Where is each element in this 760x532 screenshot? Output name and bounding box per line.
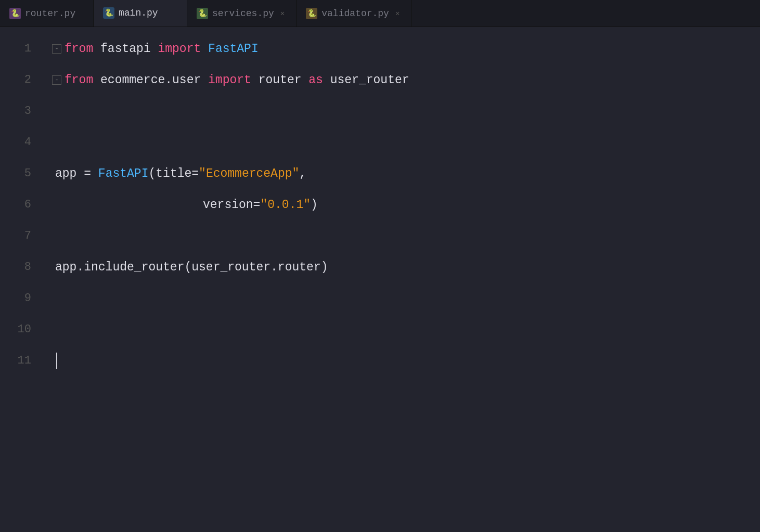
token-title-key: (title= — [148, 158, 199, 189]
code-line-6: version= "0.0.1" ) — [52, 189, 760, 220]
token-title-val: "EcommerceApp" — [199, 158, 299, 189]
line-num-2: 2 — [0, 64, 31, 96]
tab-router-label: router.py — [25, 8, 75, 19]
text-cursor — [56, 353, 57, 369]
main-tab-icon: 🐍 — [103, 7, 114, 19]
services-tab-close[interactable]: ✕ — [278, 8, 287, 19]
tab-main-label: main.py — [119, 8, 158, 18]
token-close-paren: ) — [311, 189, 318, 220]
code-line-10 — [52, 314, 760, 345]
line-num-10: 10 — [0, 314, 31, 345]
line-numbers: 1 2 3 4 5 6 7 8 9 10 11 — [0, 27, 42, 532]
code-line-8: app.include_router(user_router.router) — [52, 252, 760, 283]
tab-bar: 🐍 router.py 🐍 main.py 🐍 services.py ✕ 🐍 … — [0, 0, 760, 27]
services-tab-icon: 🐍 — [197, 8, 208, 19]
token-as: as — [308, 64, 323, 96]
code-line-1: - from fastapi import FastAPI — [52, 33, 760, 64]
token-import-2: import — [208, 64, 251, 96]
token-ecommerce: ecommerce.user — [93, 64, 208, 96]
code-line-5: app = FastAPI (title= "EcommerceApp" , — [52, 158, 760, 189]
code-line-2: - from ecommerce.user import router as u… — [52, 64, 760, 96]
line-num-9: 9 — [0, 283, 31, 314]
token-app: app — [55, 158, 76, 189]
token-user-router: user_router — [323, 64, 409, 96]
editor-area[interactable]: 1 2 3 4 5 6 7 8 9 10 11 - from fastapi i… — [0, 27, 760, 532]
code-line-4 — [52, 127, 760, 158]
line-num-7: 7 — [0, 220, 31, 252]
line-num-5: 5 — [0, 158, 31, 189]
token-equals: = — [76, 158, 98, 189]
editor-window: 🐍 router.py 🐍 main.py 🐍 services.py ✕ 🐍 … — [0, 0, 760, 532]
token-from-1: from — [65, 33, 93, 64]
router-tab-icon: 🐍 — [9, 8, 21, 19]
token-router: router — [251, 64, 308, 96]
line-num-11: 11 — [0, 345, 31, 377]
tab-services-label: services.py — [212, 8, 274, 19]
token-version-val: "0.0.1" — [260, 189, 311, 220]
validator-tab-icon: 🐍 — [306, 8, 317, 19]
tab-main[interactable]: 🐍 main.py — [94, 0, 187, 27]
code-line-11 — [52, 345, 760, 377]
tab-validator-label: validator.py — [321, 8, 389, 19]
token-from-2: from — [65, 64, 93, 96]
code-content[interactable]: - from fastapi import FastAPI - from eco… — [42, 27, 760, 532]
token-comma: , — [299, 158, 306, 189]
validator-tab-close[interactable]: ✕ — [393, 8, 402, 19]
token-version-key: version= — [203, 189, 260, 220]
fold-marker-2[interactable]: - — [52, 75, 61, 85]
code-line-7 — [52, 220, 760, 252]
token-import-1: import — [158, 33, 201, 64]
token-fastapi-class: FastAPI — [201, 33, 258, 64]
token-fastapi: fastapi — [93, 33, 158, 64]
line-num-6: 6 — [0, 189, 31, 220]
line-num-8: 8 — [0, 252, 31, 283]
token-include-router: app.include_router(user_router.router) — [55, 252, 328, 283]
line-num-1: 1 — [0, 33, 31, 64]
fold-marker-1[interactable]: - — [52, 44, 61, 54]
token-fastapi-call: FastAPI — [98, 158, 149, 189]
line-num-4: 4 — [0, 127, 31, 158]
code-line-9 — [52, 283, 760, 314]
code-line-3 — [52, 96, 760, 127]
tab-validator[interactable]: 🐍 validator.py ✕ — [297, 0, 411, 27]
tab-router[interactable]: 🐍 router.py — [0, 0, 94, 27]
line-num-3: 3 — [0, 96, 31, 127]
tab-services[interactable]: 🐍 services.py ✕ — [187, 0, 297, 27]
